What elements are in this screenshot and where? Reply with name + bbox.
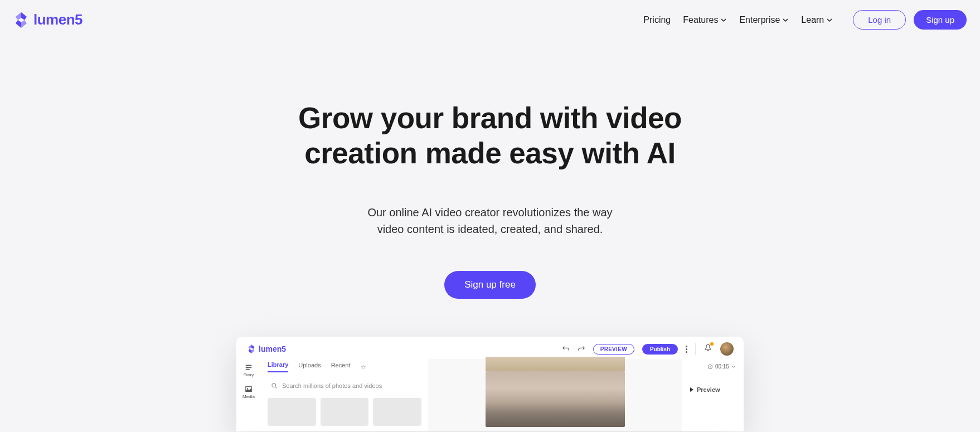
media-thumb[interactable] (321, 398, 369, 426)
user-avatar[interactable] (720, 342, 734, 356)
editor-logo[interactable]: lumen5 (246, 344, 286, 354)
media-thumb[interactable] (373, 398, 421, 426)
editor-side-rail: Story Media (236, 359, 261, 431)
media-icon (245, 385, 253, 393)
favorites-icon[interactable]: ☆ (361, 363, 366, 371)
svg-rect-1 (246, 367, 252, 368)
auth-buttons: Log in Sign up (853, 10, 967, 30)
story-icon (245, 363, 253, 371)
editor-toolbar: lumen5 PREVIEW Publish (236, 337, 744, 359)
media-tabs: Library Uploads Recent ☆ (268, 359, 421, 375)
preview-row[interactable]: Preview (690, 386, 736, 393)
media-search[interactable]: Search millions of photos and videos (268, 380, 421, 391)
editor-body: Story Media Library Uploads Recent ☆ Sea… (236, 359, 744, 431)
search-icon (271, 382, 278, 389)
undo-icon[interactable] (562, 345, 570, 353)
svg-rect-0 (246, 365, 252, 366)
editor-canvas (428, 359, 682, 431)
svg-point-5 (272, 384, 276, 387)
media-thumbnails (268, 398, 421, 426)
hero-subtext: Our online AI video creator revolutioniz… (0, 204, 980, 237)
signup-button[interactable]: Sign up (914, 10, 967, 30)
divider (695, 343, 696, 355)
slide-strip (486, 357, 625, 371)
canvas-slide[interactable] (486, 371, 625, 427)
nav-pricing[interactable]: Pricing (643, 15, 671, 25)
hero-headline: Grow your brand with video creation made… (0, 101, 980, 171)
media-panel: Library Uploads Recent ☆ Search millions… (261, 359, 428, 431)
nav-features[interactable]: Features (683, 15, 727, 25)
nav-enterprise[interactable]: Enterprise (739, 15, 789, 25)
editor-preview: lumen5 PREVIEW Publish Story Media (236, 337, 744, 431)
media-thumb[interactable] (268, 398, 316, 426)
rail-story[interactable]: Story (244, 363, 254, 377)
svg-line-6 (275, 387, 277, 389)
svg-point-4 (247, 388, 248, 389)
notification-badge (710, 342, 714, 346)
chevron-down-icon (731, 365, 736, 369)
clock-icon (707, 364, 713, 370)
tab-uploads[interactable]: Uploads (298, 362, 321, 372)
chevron-down-icon (782, 17, 789, 23)
search-placeholder: Search millions of photos and videos (282, 382, 382, 389)
site-header: lumen5 Pricing Features Enterprise Learn… (0, 0, 980, 40)
editor-publish-button[interactable]: Publish (642, 344, 678, 355)
signup-free-button[interactable]: Sign up free (444, 271, 536, 299)
redo-icon[interactable] (578, 345, 585, 353)
play-icon (690, 387, 693, 392)
svg-rect-2 (246, 369, 250, 370)
editor-actions: PREVIEW Publish (562, 342, 734, 356)
chevron-down-icon (826, 17, 833, 23)
lumen5-logo-icon (12, 11, 30, 29)
brand-logo[interactable]: lumen5 (12, 11, 83, 29)
hero-section: Grow your brand with video creation made… (0, 40, 980, 299)
duration-display[interactable]: 00:15 (690, 363, 736, 370)
tab-library[interactable]: Library (268, 361, 288, 372)
editor-right-panel: 00:15 Preview (682, 359, 744, 431)
chevron-down-icon (720, 17, 727, 23)
rail-media[interactable]: Media (242, 385, 255, 399)
editor-preview-button[interactable]: PREVIEW (593, 344, 634, 355)
more-menu-icon[interactable] (686, 346, 687, 353)
tab-recent[interactable]: Recent (331, 362, 351, 372)
login-button[interactable]: Log in (853, 10, 906, 30)
lumen5-logo-icon (246, 344, 256, 354)
brand-name: lumen5 (33, 11, 83, 28)
notifications-icon[interactable] (704, 343, 712, 355)
nav-learn[interactable]: Learn (801, 15, 833, 25)
editor-brand-name: lumen5 (259, 344, 286, 353)
main-nav: Pricing Features Enterprise Learn Log in… (643, 10, 967, 30)
